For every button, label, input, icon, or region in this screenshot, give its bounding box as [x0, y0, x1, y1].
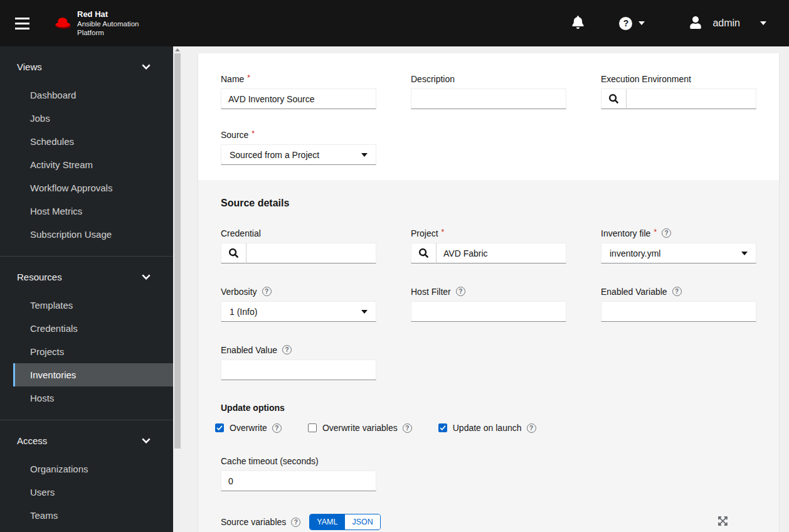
source-variables-label: Source variables	[221, 517, 286, 527]
scroll-up-arrow-icon[interactable]	[175, 48, 180, 51]
scrollbar-thumb[interactable]	[174, 53, 181, 449]
source-variables-field: Source variables ? YAML JSON	[221, 514, 756, 530]
notifications-button[interactable]	[566, 11, 590, 36]
name-field: Name *	[221, 73, 376, 109]
sidebar-item-teams[interactable]: Teams	[13, 504, 173, 527]
update-options-heading: Update options	[221, 403, 756, 413]
sidebar-item-jobs[interactable]: Jobs	[13, 107, 173, 130]
enabled-variable-field: Enabled Variable ?	[601, 286, 756, 322]
description-input[interactable]	[411, 88, 566, 109]
main-content: Name * Description Execution Environment	[182, 46, 789, 532]
source-field: Source * Sourced from a Project	[221, 129, 376, 165]
update-on-launch-checkbox[interactable]	[438, 423, 447, 432]
brand-logo: Red Hat Ansible Automation Platform	[55, 9, 139, 38]
sidebar-item-activity-stream[interactable]: Activity Stream	[13, 153, 173, 176]
sidebar-item-hosts[interactable]: Hosts	[13, 386, 173, 410]
user-menu-button[interactable]: admin	[684, 11, 773, 36]
name-label: Name	[221, 74, 244, 84]
search-icon	[609, 94, 618, 104]
masthead: Red Hat Ansible Automation Platform ? ad…	[0, 0, 789, 46]
overwrite-variables-help-icon[interactable]: ?	[403, 423, 412, 433]
host-filter-input[interactable]	[411, 301, 566, 322]
sidebar-item-workflow-approvals[interactable]: Workflow Approvals	[13, 176, 173, 200]
update-on-launch-option: Update on launch ?	[438, 423, 536, 433]
nav-group-views-toggle[interactable]: Views	[0, 55, 173, 78]
nav-group-views: Views Dashboard Jobs Schedules Activity …	[0, 46, 173, 246]
nav-group-resources-toggle[interactable]: Resources	[0, 265, 173, 289]
inventory-file-help-icon[interactable]: ?	[662, 228, 671, 238]
execution-environment-field: Execution Environment	[601, 73, 756, 109]
overwrite-option: Overwrite ?	[215, 423, 282, 433]
nav-group-views-label: Views	[17, 61, 42, 72]
execution-environment-lookup-button[interactable]	[601, 88, 627, 109]
enabled-value-help-icon[interactable]: ?	[282, 345, 292, 354]
inventory-source-form-card: Name * Description Execution Environment	[198, 53, 779, 532]
basic-fields-section: Name * Description Execution Environment	[198, 53, 779, 180]
project-field: Project *	[411, 228, 566, 263]
nav-group-access-label: Access	[17, 435, 47, 446]
sidebar-item-subscription-usage[interactable]: Subscription Usage	[13, 223, 173, 246]
overwrite-checkbox[interactable]	[215, 423, 224, 432]
chevron-down-icon	[142, 274, 151, 280]
sidebar-item-inventories[interactable]: Inventories	[13, 363, 173, 386]
name-input[interactable]	[221, 88, 376, 109]
nav-group-access: Access Organizations Users Teams	[0, 420, 173, 527]
project-label: Project	[411, 228, 438, 238]
nav-group-resources-label: Resources	[17, 272, 62, 282]
enabled-variable-help-icon[interactable]: ?	[672, 287, 682, 296]
cache-timeout-input[interactable]	[221, 471, 376, 491]
cache-timeout-field: Cache timeout (seconds)	[221, 455, 376, 491]
host-filter-help-icon[interactable]: ?	[456, 287, 465, 296]
verbosity-label: Verbosity	[221, 287, 257, 297]
chevron-down-icon	[142, 438, 151, 444]
verbosity-select[interactable]: 1 (Info)	[221, 301, 376, 322]
host-filter-label: Host Filter	[411, 287, 451, 297]
required-asterisk: *	[654, 228, 657, 237]
variables-format-toggle: YAML JSON	[309, 514, 380, 530]
nav-group-access-toggle[interactable]: Access	[0, 429, 173, 452]
sidebar-item-schedules[interactable]: Schedules	[13, 130, 173, 153]
overwrite-variables-option: Overwrite variables ?	[308, 423, 412, 433]
sidebar-item-dashboard[interactable]: Dashboard	[13, 83, 173, 107]
overwrite-variables-checkbox[interactable]	[308, 423, 317, 432]
project-input[interactable]	[437, 243, 566, 263]
nav-toggle-button[interactable]	[9, 11, 36, 36]
inventory-file-label: Inventory file	[601, 228, 650, 238]
required-asterisk: *	[252, 129, 255, 138]
credential-input[interactable]	[246, 243, 376, 263]
inventory-file-select[interactable]: inventory.yml	[601, 243, 756, 263]
sidebar-item-organizations[interactable]: Organizations	[13, 457, 173, 481]
execution-environment-input[interactable]	[627, 88, 756, 109]
enabled-variable-input[interactable]	[601, 301, 756, 322]
enabled-value-label: Enabled Value	[221, 345, 277, 355]
username: admin	[712, 18, 740, 29]
overwrite-label: Overwrite	[230, 423, 267, 433]
redhat-fedora-icon	[55, 16, 72, 31]
help-menu-button[interactable]: ?	[613, 12, 651, 35]
source-select[interactable]: Sourced from a Project	[221, 144, 376, 165]
credential-field: Credential	[221, 228, 376, 263]
yaml-toggle-button[interactable]: YAML	[310, 514, 344, 529]
sidebar-item-templates[interactable]: Templates	[13, 294, 173, 317]
required-asterisk: *	[247, 73, 250, 82]
source-variables-help-icon[interactable]: ?	[291, 518, 300, 527]
sidebar-item-projects[interactable]: Projects	[13, 340, 173, 363]
verbosity-help-icon[interactable]: ?	[262, 287, 272, 296]
overwrite-help-icon[interactable]: ?	[272, 423, 282, 433]
sidebar-item-host-metrics[interactable]: Host Metrics	[13, 200, 173, 223]
enabled-value-input[interactable]	[221, 359, 376, 380]
search-icon	[229, 248, 238, 258]
brand-line2: Ansible Automation	[77, 19, 139, 28]
update-on-launch-help-icon[interactable]: ?	[527, 423, 536, 433]
credential-lookup-button[interactable]	[221, 243, 246, 263]
json-toggle-button[interactable]: JSON	[344, 514, 379, 529]
project-lookup-button[interactable]	[411, 243, 437, 263]
verbosity-field: Verbosity ? 1 (Info)	[221, 286, 376, 322]
sidebar-scrollbar[interactable]	[173, 46, 182, 532]
help-icon: ?	[619, 17, 632, 30]
update-on-launch-label: Update on launch	[453, 423, 522, 433]
sidebar-item-users[interactable]: Users	[13, 481, 173, 504]
expand-editor-button[interactable]	[717, 514, 730, 529]
enabled-value-field: Enabled Value ?	[221, 344, 376, 380]
sidebar-item-credentials[interactable]: Credentials	[13, 317, 173, 340]
